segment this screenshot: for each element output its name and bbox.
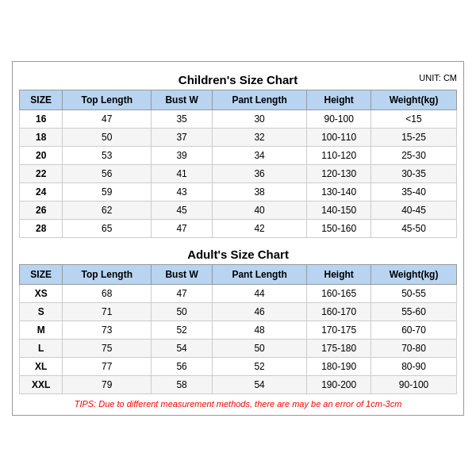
table-cell: XS (20, 284, 63, 302)
children-col-height: Height (307, 90, 371, 109)
adult-title-text: Adult's Size Chart (187, 248, 289, 261)
table-cell: 37 (152, 128, 213, 146)
table-cell: 46 (212, 302, 306, 321)
table-cell: XXL (20, 375, 63, 393)
table-row: 1647353090-100<15 (20, 109, 457, 128)
children-col-bust-w: Bust W (152, 90, 213, 109)
table-row: XL775652180-19080-90 (20, 357, 457, 375)
table-cell: 110-120 (307, 146, 371, 164)
table-cell: 170-175 (307, 321, 371, 339)
children-table: SIZE Top Length Bust W Pant Length Heigh… (19, 90, 457, 238)
adult-col-size: SIZE (20, 264, 63, 284)
chart-container: Children's Size Chart UNIT: CM SIZE Top … (12, 61, 464, 416)
table-cell: 32 (212, 128, 306, 146)
table-cell: 73 (63, 321, 152, 339)
table-cell: 50-55 (371, 284, 457, 302)
table-row: 20533934110-12025-30 (20, 146, 457, 164)
unit-label: UNIT: CM (419, 73, 457, 83)
table-cell: 25-30 (371, 146, 457, 164)
children-col-size: SIZE (20, 90, 63, 109)
children-col-top-length: Top Length (63, 90, 152, 109)
table-cell: 65 (63, 219, 152, 237)
table-cell: 43 (152, 182, 213, 201)
children-col-pant-length: Pant Length (212, 90, 306, 109)
table-row: L755450175-18070-80 (20, 339, 457, 357)
table-cell: 80-90 (371, 357, 457, 375)
adult-title: Adult's Size Chart (19, 243, 457, 264)
table-row: 28654742150-16045-50 (20, 219, 457, 237)
table-cell: 140-150 (307, 201, 371, 219)
table-cell: 39 (152, 146, 213, 164)
adult-col-top-length: Top Length (63, 264, 152, 284)
table-cell: 90-100 (371, 375, 457, 393)
table-cell: 160-170 (307, 302, 371, 321)
table-row: 18503732100-11015-25 (20, 128, 457, 146)
table-cell: 50 (152, 302, 213, 321)
table-cell: 47 (152, 219, 213, 237)
table-row: XS684744160-16550-55 (20, 284, 457, 302)
adult-header-row: SIZE Top Length Bust W Pant Length Heigh… (20, 264, 457, 284)
table-row: M735248170-17560-70 (20, 321, 457, 339)
children-title: Children's Size Chart UNIT: CM (19, 68, 457, 90)
adult-table: SIZE Top Length Bust W Pant Length Heigh… (19, 264, 457, 394)
table-cell: 54 (212, 375, 306, 393)
table-cell: 79 (63, 375, 152, 393)
table-cell: 59 (63, 182, 152, 201)
table-cell: 48 (212, 321, 306, 339)
table-cell: M (20, 321, 63, 339)
table-cell: 28 (20, 219, 63, 237)
table-cell: 20 (20, 146, 63, 164)
table-cell: 38 (212, 182, 306, 201)
table-cell: 30 (212, 109, 306, 128)
children-col-weight: Weight(kg) (371, 90, 457, 109)
table-cell: 35 (152, 109, 213, 128)
table-row: S715046160-17055-60 (20, 302, 457, 321)
table-cell: 18 (20, 128, 63, 146)
table-cell: 44 (212, 284, 306, 302)
table-cell: 47 (63, 109, 152, 128)
table-cell: 36 (212, 164, 306, 182)
table-cell: 15-25 (371, 128, 457, 146)
table-cell: 30-35 (371, 164, 457, 182)
table-cell: 56 (152, 357, 213, 375)
table-cell: 100-110 (307, 128, 371, 146)
table-row: 22564136120-13030-35 (20, 164, 457, 182)
adult-col-bust-w: Bust W (152, 264, 213, 284)
table-cell: 160-165 (307, 284, 371, 302)
table-cell: 40 (212, 201, 306, 219)
table-cell: 120-130 (307, 164, 371, 182)
table-cell: 55-60 (371, 302, 457, 321)
table-cell: 41 (152, 164, 213, 182)
table-cell: 45 (152, 201, 213, 219)
table-cell: 47 (152, 284, 213, 302)
table-cell: 56 (63, 164, 152, 182)
children-header-row: SIZE Top Length Bust W Pant Length Heigh… (20, 90, 457, 109)
table-cell: 90-100 (307, 109, 371, 128)
table-cell: 62 (63, 201, 152, 219)
table-cell: 54 (152, 339, 213, 357)
table-cell: 52 (152, 321, 213, 339)
table-cell: 60-70 (371, 321, 457, 339)
table-cell: 71 (63, 302, 152, 321)
table-cell: 180-190 (307, 357, 371, 375)
table-cell: 42 (212, 219, 306, 237)
table-cell: 50 (212, 339, 306, 357)
table-cell: 45-50 (371, 219, 457, 237)
table-cell: 75 (63, 339, 152, 357)
table-cell: 77 (63, 357, 152, 375)
table-cell: 40-45 (371, 201, 457, 219)
table-row: 24594338130-14035-40 (20, 182, 457, 201)
table-cell: 58 (152, 375, 213, 393)
table-cell: 150-160 (307, 219, 371, 237)
adult-section: Adult's Size Chart SIZE Top Length Bust … (19, 243, 457, 394)
adult-col-pant-length: Pant Length (212, 264, 306, 284)
table-cell: 190-200 (307, 375, 371, 393)
table-cell: XL (20, 357, 63, 375)
table-cell: 130-140 (307, 182, 371, 201)
table-cell: 22 (20, 164, 63, 182)
adult-col-weight: Weight(kg) (371, 264, 457, 284)
table-cell: 24 (20, 182, 63, 201)
table-cell: 16 (20, 109, 63, 128)
table-cell: <15 (371, 109, 457, 128)
children-title-text: Children's Size Chart (178, 73, 298, 86)
